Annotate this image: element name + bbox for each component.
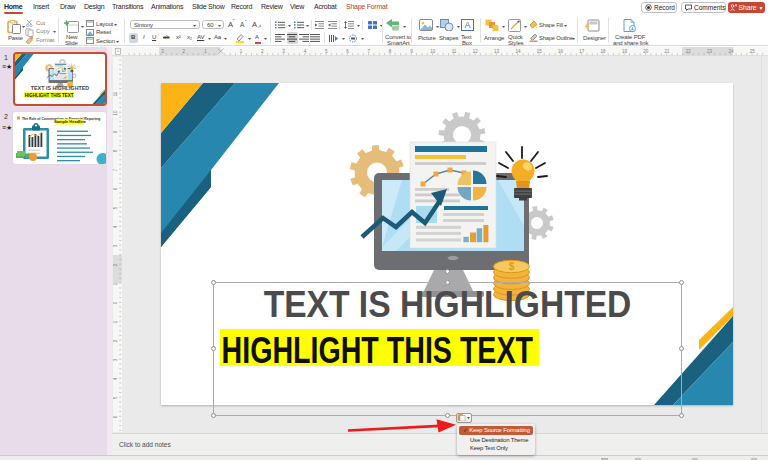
svg-text:3: 3: [113, 244, 118, 247]
svg-text:2: 2: [261, 49, 264, 54]
svg-text:20: 20: [643, 49, 649, 54]
svg-text:16: 16: [558, 49, 564, 54]
svg-text:3: 3: [282, 49, 285, 54]
svg-text:6: 6: [346, 49, 349, 54]
svg-text:3: 3: [113, 358, 118, 361]
svg-text:22: 22: [686, 49, 692, 54]
svg-text:HIGHLIGHT THIS TEXT: HIGHLIGHT THIS TEXT: [25, 92, 74, 98]
svg-text:6: 6: [113, 415, 118, 418]
svg-text:4: 4: [304, 49, 307, 54]
svg-text:24: 24: [728, 49, 734, 54]
svg-text:0: 0: [113, 301, 118, 304]
svg-text:19: 19: [622, 49, 628, 54]
svg-text:2: 2: [113, 339, 118, 342]
svg-text:12: 12: [473, 49, 479, 54]
svg-text:11: 11: [452, 49, 457, 54]
svg-text:14: 14: [515, 49, 521, 54]
svg-text:7: 7: [113, 168, 118, 171]
svg-text:7: 7: [368, 49, 371, 54]
svg-text:23: 23: [707, 49, 713, 54]
svg-text:8: 8: [113, 149, 118, 152]
svg-text:18: 18: [601, 49, 607, 54]
svg-text:1: 1: [240, 49, 243, 54]
svg-text:9: 9: [113, 130, 118, 133]
svg-text:10: 10: [430, 49, 436, 54]
svg-text:A: A: [464, 20, 470, 30]
svg-text:TEXT IS HIGHLIGHTED: TEXT IS HIGHLIGHTED: [31, 85, 90, 91]
svg-text:8: 8: [389, 49, 392, 54]
svg-text:6: 6: [113, 187, 118, 190]
svg-text:4: 4: [113, 377, 118, 380]
svg-text:21: 21: [664, 49, 670, 54]
svg-text:Sample Headline: Sample Headline: [54, 119, 87, 124]
svg-text:25: 25: [750, 49, 756, 54]
svg-text:13: 13: [494, 49, 500, 54]
svg-text:17: 17: [579, 49, 585, 54]
svg-text:5: 5: [325, 49, 328, 54]
svg-text:10: 10: [113, 110, 118, 116]
svg-text:4: 4: [113, 225, 118, 228]
svg-text:1: 1: [113, 320, 118, 323]
svg-text:5: 5: [113, 396, 118, 399]
svg-text:9: 9: [410, 49, 413, 54]
svg-text:11: 11: [113, 91, 118, 96]
svg-text:5: 5: [113, 206, 118, 209]
svg-text:15: 15: [537, 49, 543, 54]
